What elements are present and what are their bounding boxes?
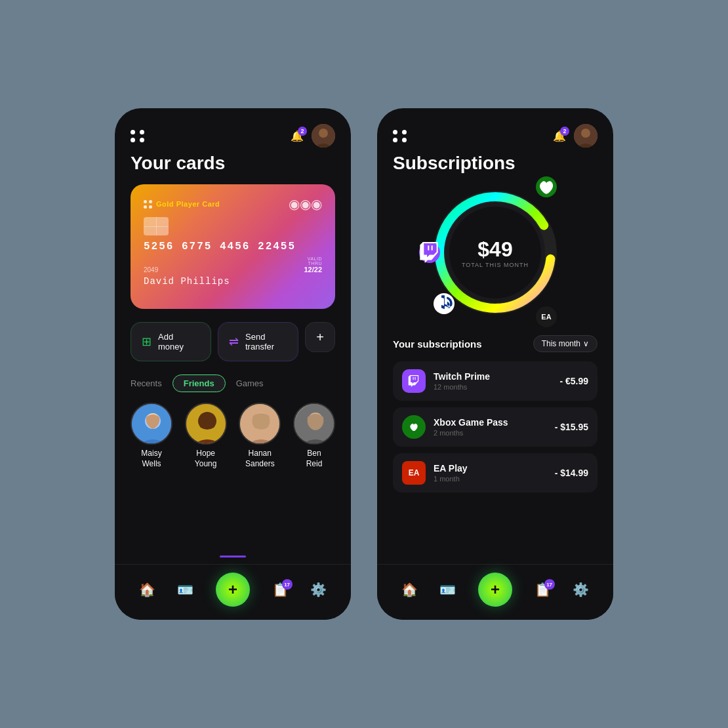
- add-money-icon: ⊞: [142, 334, 152, 349]
- avatar-subs[interactable]: [574, 124, 597, 148]
- friend-name-ben: BenReid: [306, 449, 323, 469]
- scroll-indicator: [220, 556, 246, 557]
- ea-service-icon: EA: [402, 461, 426, 485]
- card-chip: [144, 217, 169, 235]
- friend-ben[interactable]: BenReid: [293, 403, 335, 469]
- card-bottom: 2049 VALIDTHRU 12/22: [144, 256, 322, 273]
- svg-rect-20: [432, 245, 433, 250]
- header: 🔔 2: [115, 108, 351, 153]
- page-title: Your cards: [131, 153, 335, 174]
- svg-point-1: [319, 129, 328, 138]
- sub-xbox-name: Xbox Game Pass: [434, 417, 547, 428]
- nav-settings-subs[interactable]: ⚙️: [573, 582, 589, 597]
- nav-home-subs[interactable]: 🏠: [401, 582, 418, 597]
- card-brand: Gold Player Card: [144, 200, 220, 209]
- add-money-button[interactable]: ⊞ Add money: [131, 322, 211, 361]
- friend-avatar-hope: [185, 403, 227, 445]
- credit-card[interactable]: Gold Player Card ◉◉◉ 5256 6775 4456 2245…: [131, 184, 335, 309]
- tab-games[interactable]: Games: [236, 376, 264, 391]
- notification-badge-subs: 2: [560, 127, 569, 136]
- sub-ea-info: EA Play 1 month: [434, 463, 547, 483]
- friend-maisy[interactable]: MaisyWells: [131, 403, 172, 469]
- add-money-label: Add money: [158, 332, 200, 352]
- nav-documents[interactable]: 📋 17: [272, 582, 289, 597]
- card-number: 5256 6775 4456 22455: [144, 241, 322, 253]
- menu-icon-subs[interactable]: [393, 130, 407, 142]
- sub-twitch-price: - €5.99: [559, 376, 588, 386]
- donut-total-amount: $49: [462, 237, 529, 262]
- send-transfer-icon: ⇌: [229, 334, 239, 349]
- period-selector[interactable]: This month ∨: [533, 335, 597, 352]
- sub-ea-duration: 1 month: [434, 475, 547, 483]
- sub-ea-play[interactable]: EA EA Play 1 month - $14.99: [393, 453, 597, 493]
- ps-icon-ring: [434, 293, 455, 314]
- svg-rect-22: [413, 377, 414, 380]
- card-top: Gold Player Card ◉◉◉: [144, 196, 322, 212]
- sub-xbox-gamepass[interactable]: Xbox Game Pass 2 months - $15.95: [393, 407, 597, 447]
- notification-bell[interactable]: 🔔 2: [291, 130, 304, 142]
- header-right-subs: 🔔 2: [553, 124, 597, 148]
- sub-twitch-duration: 12 months: [434, 383, 552, 391]
- donut-total-label: TOTAL THIS MONTH: [462, 262, 529, 268]
- plus-icon: +: [316, 330, 324, 345]
- header-subs: 🔔 2: [377, 108, 613, 153]
- bottom-nav-subs: 🏠 🪪 + 📋 17 ⚙️: [377, 564, 613, 620]
- menu-icon[interactable]: [131, 130, 145, 142]
- nav-wallet[interactable]: 🪪: [177, 582, 193, 597]
- valid-thru-label: VALIDTHRU: [304, 256, 322, 266]
- nfc-icon: ◉◉◉: [289, 196, 322, 212]
- more-actions-button[interactable]: +: [305, 322, 335, 352]
- friend-hope[interactable]: HopeYoung: [185, 403, 227, 469]
- avatar[interactable]: [312, 124, 335, 148]
- friend-hanan[interactable]: HananSanders: [239, 403, 281, 469]
- friend-avatar-maisy: [131, 403, 172, 445]
- donut-chart: EA $49 TOTAL THIS MONTH: [423, 180, 567, 325]
- nav-home[interactable]: 🏠: [139, 582, 155, 597]
- nav-wallet-subs[interactable]: 🪪: [439, 582, 456, 597]
- nav-fab-plus[interactable]: +: [216, 573, 250, 607]
- card-logo-dots: [144, 200, 152, 209]
- sub-twitch-prime[interactable]: Twitch Prime 12 months - €5.99: [393, 361, 597, 401]
- chevron-down-icon: ∨: [583, 339, 589, 348]
- nav-documents-badge: 17: [282, 579, 293, 590]
- send-transfer-label: Send transfer: [245, 332, 287, 352]
- friends-grid: MaisyWells HopeYoung: [131, 403, 335, 469]
- donut-chart-container: EA $49 TOTAL THIS MONTH: [377, 180, 613, 325]
- period-label: This month: [542, 339, 580, 348]
- svg-point-14: [581, 129, 590, 138]
- card-brand-text: Gold Player Card: [156, 200, 220, 208]
- sub-ea-price: - $14.99: [555, 468, 588, 478]
- ea-icon-ring: EA: [536, 306, 557, 327]
- tab-recents[interactable]: Recents: [131, 376, 162, 391]
- friend-name-maisy: MaisyWells: [141, 449, 161, 469]
- friend-name-hanan: HananSanders: [245, 449, 275, 469]
- nav-fab-plus-subs[interactable]: +: [478, 573, 512, 607]
- tab-friends[interactable]: Friends: [172, 374, 226, 392]
- cards-content: Your cards Gold Player Card ◉◉◉ 5256 677…: [115, 153, 351, 550]
- xbox-service-icon: [402, 415, 426, 439]
- subscriptions-section: Your subscriptions This month ∨ Twitch P…: [377, 335, 613, 564]
- subs-page-title: Subscriptions: [377, 153, 613, 174]
- send-transfer-button[interactable]: ⇌ Send transfer: [218, 322, 298, 361]
- card-holder-name: David Phillips: [144, 276, 322, 287]
- sub-xbox-price: - $15.95: [555, 422, 588, 432]
- donut-center: $49 TOTAL THIS MONTH: [462, 237, 529, 268]
- twitch-service-icon: [402, 369, 426, 393]
- header-right: 🔔 2: [291, 124, 335, 148]
- friend-avatar-hanan: [239, 403, 281, 445]
- subs-section-header: Your subscriptions This month ∨: [393, 335, 597, 352]
- sub-xbox-duration: 2 months: [434, 429, 547, 437]
- nav-documents-badge-subs: 17: [544, 579, 555, 590]
- sub-xbox-info: Xbox Game Pass 2 months: [434, 417, 547, 437]
- card-year: 2049: [144, 266, 158, 273]
- sub-ea-name: EA Play: [434, 463, 547, 474]
- action-buttons: ⊞ Add money ⇌ Send transfer +: [131, 322, 335, 361]
- notification-badge: 2: [298, 127, 307, 136]
- card-valid: VALIDTHRU 12/22: [304, 256, 322, 273]
- nav-documents-subs[interactable]: 📋 17: [535, 582, 551, 597]
- xbox-icon-ring: [536, 176, 557, 197]
- valid-date: 12/22: [304, 266, 322, 273]
- tabs: Recents Friends Games: [131, 374, 335, 392]
- nav-settings[interactable]: ⚙️: [310, 582, 327, 597]
- svg-rect-19: [428, 245, 429, 250]
